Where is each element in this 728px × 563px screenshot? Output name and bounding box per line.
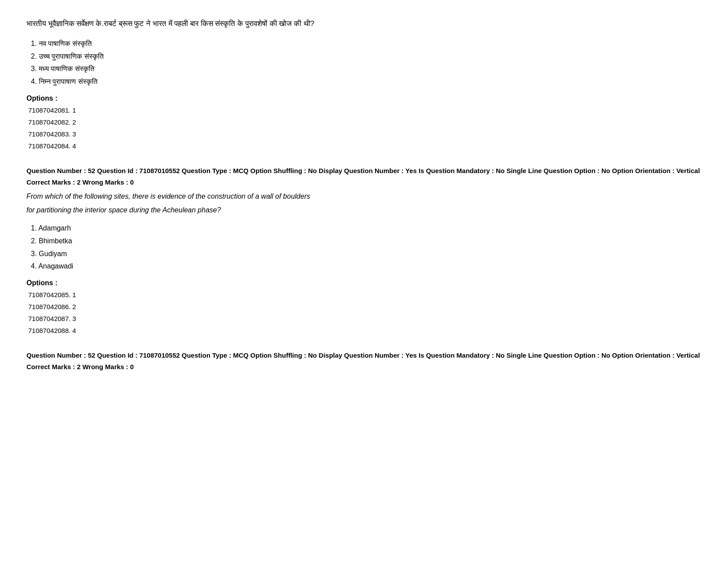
option-2-2: 2. Bhimbetka [31, 235, 702, 248]
hindi-options-list-1: 1. नव पाषाणिक संस्कृति 2. उच्च पुरापाषाण… [26, 38, 702, 88]
option-code-2-1: 71087042085. 1 [28, 289, 702, 301]
question-text-2-line2: for partitioning the interior space duri… [26, 204, 702, 216]
option-code-1-2: 71087042082. 2 [28, 116, 702, 128]
question-meta-2: Question Number : 52 Question Id : 71087… [26, 165, 702, 177]
question-block-3: Question Number : 52 Question Id : 71087… [26, 350, 702, 370]
options-label-1: Options : [26, 94, 702, 102]
option-code-1-3: 71087042083. 3 [28, 128, 702, 140]
option-2-4: 4. Anagawadi [31, 260, 702, 273]
hindi-option-2: 2. उच्च पुरापाषाणिक संस्कृति [31, 50, 702, 63]
question-block-2: Question Number : 52 Question Id : 71087… [26, 165, 702, 336]
hindi-question-1: भारतीय भूवैज्ञानिक सर्वेक्षण के.राबर्ट ब… [26, 18, 702, 30]
option-code-1-1: 71087042081. 1 [28, 104, 702, 116]
hindi-option-4: 4. निम्न पुरापाषाण संस्कृति [31, 76, 702, 88]
hindi-option-1: 1. नव पाषाणिक संस्कृति [31, 38, 702, 50]
option-code-2-2: 71087042086. 2 [28, 301, 702, 313]
option-2-1: 1. Adamgarh [31, 222, 702, 235]
question-block-1: भारतीय भूवैज्ञानिक सर्वेक्षण के.राबर्ट ब… [26, 18, 702, 152]
option-2-3: 3. Gudiyam [31, 248, 702, 261]
option-code-1-4: 71087042084. 4 [28, 140, 702, 152]
options-list-2: 1. Adamgarh 2. Bhimbetka 3. Gudiyam 4. A… [26, 222, 702, 273]
question-meta-3: Question Number : 52 Question Id : 71087… [26, 350, 702, 361]
correct-marks-3: Correct Marks : 2 Wrong Marks : 0 [26, 363, 702, 370]
option-code-2-3: 71087042087. 3 [28, 313, 702, 325]
correct-marks-2: Correct Marks : 2 Wrong Marks : 0 [26, 178, 702, 186]
option-code-2-4: 71087042088. 4 [28, 325, 702, 336]
options-label-2: Options : [26, 279, 702, 287]
question-text-2-line1: From which of the following sites, there… [26, 190, 702, 202]
hindi-option-3: 3. मध्य पाषाणिक संस्कृति [31, 63, 702, 76]
